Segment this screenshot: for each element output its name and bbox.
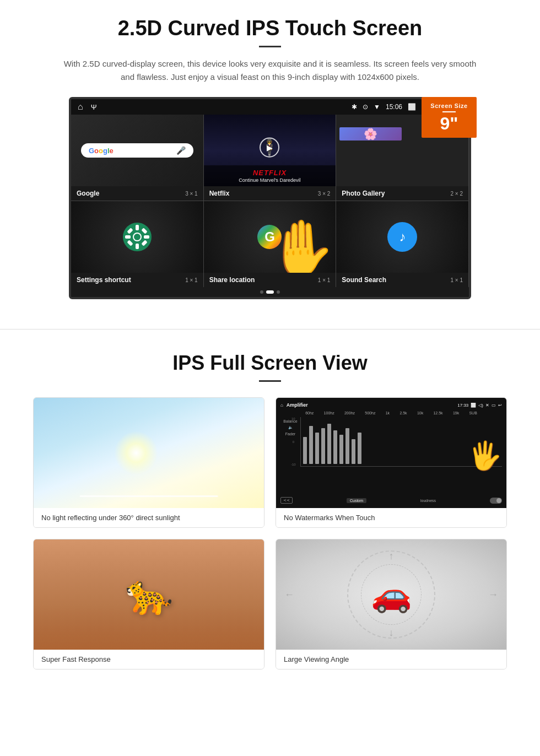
- google-grid-size: 3 × 1: [185, 191, 198, 197]
- sound-grid-size: 1 × 1: [450, 277, 463, 283]
- amp-right: 17:33 ⬜◁)✕▭↩: [457, 403, 502, 408]
- bluetooth-icon: ✱: [352, 103, 357, 111]
- feature-card-speed: 🐆 Super Fast Response: [33, 539, 264, 669]
- wifi-icon: ▼: [374, 103, 380, 111]
- sound-search-thumbnail[interactable]: ♪: [336, 201, 468, 273]
- settings-thumbnail[interactable]: [71, 201, 203, 273]
- light-beam: [80, 495, 218, 497]
- sunlight-caption: No light reflecting under 360° direct su…: [34, 508, 264, 527]
- amp-transport: ≺≺: [280, 497, 293, 504]
- netflix-label-row: Netflix 3 × 2: [204, 186, 336, 201]
- amplifier-image: ⌂ Amplifier 17:33 ⬜◁)✕▭↩ 60hz100hz200hz5…: [276, 398, 506, 508]
- scroll-dot-3: [277, 290, 280, 294]
- screen-size-badge: Screen Size 9": [422, 97, 477, 138]
- eq-bar-8: [345, 428, 349, 464]
- touch-caption: No Watermarks When Touch: [276, 508, 506, 527]
- feature-card-angle: ↑ ↓ ← → 🚗 Large Viewing Angle: [276, 539, 507, 669]
- share-location-thumbnail[interactable]: G 🤚: [204, 201, 336, 273]
- netflix-subtitle: Continue Marvel's Daredevil: [208, 177, 332, 183]
- settings-section: Settings shortcut 1 × 1: [71, 201, 204, 287]
- eq-bar-1: [303, 437, 307, 464]
- angle-caption: Large Viewing Angle: [276, 650, 506, 669]
- scroll-dot-1: [260, 290, 263, 294]
- eq-freq-labels: 60hz100hz200hz500hz 1k2.5k10k12.5k19kSUB: [280, 411, 502, 416]
- eq-area: Balance 🔈 Fader 100-10: [280, 417, 502, 495]
- section1-description: With 2.5D curved-display screen, this de…: [61, 57, 479, 84]
- feature-grid: No light reflecting under 360° direct su…: [22, 397, 518, 669]
- amp-left: ⌂ Amplifier: [280, 402, 308, 408]
- usb-icon: Ψ: [91, 103, 97, 111]
- netflix-play-button[interactable]: ▶: [260, 138, 279, 158]
- netflix-logo: NETFLIX: [208, 169, 332, 177]
- title-underline: [259, 46, 281, 47]
- badge-title: Screen Size: [426, 102, 472, 109]
- car-image: ↑ ↓ ← → 🚗: [276, 539, 506, 650]
- loudness-label: loudness: [420, 499, 436, 503]
- section1-title: 2.5D Curved IPS Touch Screen: [33, 17, 507, 40]
- google-label-row: Google 3 × 1: [71, 186, 203, 201]
- gear-icon: [123, 223, 152, 251]
- speed-caption: Super Fast Response: [34, 650, 264, 669]
- feature-card-touch: ⌂ Amplifier 17:33 ⬜◁)✕▭↩ 60hz100hz200hz5…: [276, 397, 507, 528]
- touch-hand: 🖐: [468, 440, 502, 472]
- arrow-left: ←: [284, 589, 294, 601]
- status-bar: ⌂ Ψ ✱ ⊙ ▼ 15:06 ⬜ ◁) ✕ ▭ ↩: [71, 99, 469, 115]
- device-screen: ⌂ Ψ ✱ ⊙ ▼ 15:06 ⬜ ◁) ✕ ▭ ↩: [69, 97, 471, 299]
- status-bar-left: ⌂ Ψ: [78, 102, 97, 112]
- netflix-app-name: Netflix: [209, 190, 230, 197]
- photo-app-name: Photo Gallery: [342, 190, 385, 197]
- app-grid-row2: Settings shortcut 1 × 1 G 🤚 Share locati…: [71, 201, 469, 287]
- svg-rect-3: [136, 244, 139, 249]
- photo-mini-1: 🌸: [339, 127, 401, 141]
- scroll-indicator: [71, 287, 469, 297]
- google-app-name: Google: [77, 190, 99, 197]
- eq-bar-6: [333, 430, 337, 464]
- svg-point-10: [134, 234, 141, 240]
- toggle-switch[interactable]: [490, 498, 502, 504]
- svg-rect-2: [136, 225, 139, 230]
- amp-side-labels: Balance 🔈 Fader: [280, 417, 300, 495]
- share-app-name: Share location: [209, 276, 255, 284]
- eq-bar-4: [321, 428, 325, 464]
- badge-underline: [442, 111, 456, 112]
- google-thumbnail[interactable]: Google 🎤: [71, 115, 203, 186]
- amp-bottom-controls: ≺≺ Custom loudness: [280, 497, 502, 504]
- eq-bar-7: [339, 435, 343, 464]
- svg-rect-5: [144, 235, 149, 239]
- sound-label-row: Sound Search 1 × 1: [336, 273, 468, 287]
- google-logo: Google: [89, 147, 114, 155]
- svg-rect-4: [125, 235, 131, 239]
- hand-gesture: 🤚: [267, 216, 336, 273]
- location-icon: ⊙: [363, 103, 368, 111]
- sound-app-name: Sound Search: [342, 276, 386, 284]
- eq-bar-2: [309, 426, 313, 464]
- home-icon[interactable]: ⌂: [78, 102, 83, 112]
- settings-grid-size: 1 × 1: [185, 277, 198, 283]
- feature-card-sunlight: No light reflecting under 360° direct su…: [33, 397, 264, 528]
- section2-underline: [259, 380, 281, 382]
- netflix-thumbnail[interactable]: 🕴 ▶ NETFLIX Continue Marvel's Daredevil: [204, 115, 336, 186]
- sunlight-image: [34, 398, 264, 508]
- netflix-section: 🕴 ▶ NETFLIX Continue Marvel's Daredevil …: [204, 115, 337, 201]
- eq-bar-5: [327, 424, 331, 464]
- google-search-bar[interactable]: Google 🎤: [81, 143, 193, 158]
- sound-search-section: ♪ Sound Search 1 × 1: [336, 201, 469, 287]
- microphone-icon[interactable]: 🎤: [176, 146, 186, 155]
- eq-bars-area: 100-10 🖐: [300, 417, 502, 467]
- section-divider: [0, 329, 540, 330]
- amp-title: Amplifier: [287, 402, 308, 408]
- photo-label-row: Photo Gallery 2 × 2: [336, 186, 468, 201]
- share-grid-size: 1 × 1: [318, 277, 331, 283]
- sound-icon: ♪: [387, 222, 417, 252]
- eq-bar-3: [315, 433, 319, 464]
- time-display: 15:06: [386, 103, 402, 111]
- netflix-grid-size: 3 × 2: [318, 191, 331, 197]
- cheetah-icon: 🐆: [125, 572, 173, 617]
- camera-icon: ⬜: [408, 103, 416, 111]
- app-grid-row1: Google 🎤 Google 3 × 1: [71, 115, 469, 201]
- share-location-section: G 🤚 Share location 1 × 1: [204, 201, 337, 287]
- cheetah-image: 🐆: [34, 539, 264, 650]
- photo-grid-size: 2 × 2: [450, 191, 463, 197]
- amp-status-bar: ⌂ Amplifier 17:33 ⬜◁)✕▭↩: [280, 402, 502, 408]
- section2: IPS Full Screen View No light reflecting…: [0, 346, 540, 681]
